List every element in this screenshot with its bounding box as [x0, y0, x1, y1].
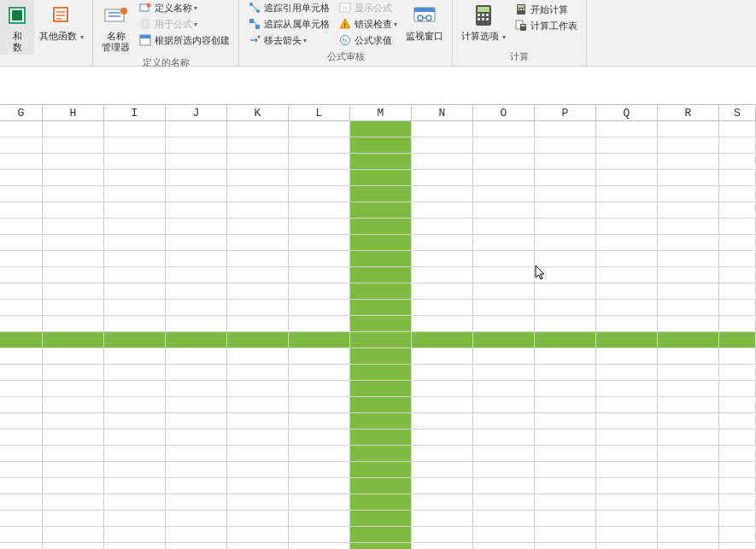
cell[interactable]: [227, 121, 289, 137]
cell[interactable]: [350, 137, 412, 154]
cell[interactable]: [412, 511, 473, 527]
cell[interactable]: [104, 186, 166, 202]
cell[interactable]: [166, 446, 227, 462]
cell[interactable]: [227, 202, 289, 219]
cell[interactable]: [658, 478, 719, 494]
cell[interactable]: [104, 137, 166, 154]
cell[interactable]: [43, 348, 104, 365]
trace-precedents-button[interactable]: 追踪引用单元格: [244, 0, 333, 15]
cell[interactable]: [350, 300, 412, 316]
calculate-sheet-button[interactable]: 计算工作表: [511, 18, 581, 33]
column-header-L[interactable]: L: [289, 104, 350, 120]
cell[interactable]: [0, 478, 43, 494]
cell[interactable]: [412, 413, 473, 429]
cell[interactable]: [104, 381, 166, 397]
cell[interactable]: [535, 365, 596, 381]
cell[interactable]: [289, 413, 350, 429]
cell[interactable]: [227, 348, 289, 365]
cell[interactable]: [166, 235, 227, 251]
cell[interactable]: [0, 154, 43, 170]
cell[interactable]: [43, 478, 104, 494]
cell[interactable]: [0, 186, 43, 202]
cell[interactable]: [412, 300, 473, 316]
cell[interactable]: [412, 219, 473, 235]
cell[interactable]: [596, 186, 658, 202]
cell[interactable]: [104, 365, 166, 381]
cell[interactable]: [719, 121, 756, 137]
cell[interactable]: [43, 462, 104, 478]
cell[interactable]: [719, 543, 756, 549]
cell[interactable]: [289, 462, 350, 478]
cell[interactable]: [350, 202, 412, 219]
cell[interactable]: [658, 154, 719, 170]
cell[interactable]: [412, 429, 473, 446]
cell[interactable]: [43, 267, 104, 283]
cell[interactable]: [43, 121, 104, 137]
cell[interactable]: [719, 365, 756, 381]
cell[interactable]: [658, 332, 719, 348]
cell[interactable]: [473, 186, 535, 202]
cell[interactable]: [0, 429, 43, 446]
cell[interactable]: [596, 267, 658, 283]
cell[interactable]: [227, 283, 289, 300]
cell[interactable]: [596, 170, 658, 186]
cell[interactable]: [473, 543, 535, 549]
cell[interactable]: [473, 235, 535, 251]
cell[interactable]: [719, 494, 756, 511]
cell[interactable]: [104, 543, 166, 549]
cell[interactable]: [535, 235, 596, 251]
cell[interactable]: [596, 429, 658, 446]
cell[interactable]: [719, 413, 756, 429]
cell[interactable]: [166, 381, 227, 397]
cell[interactable]: [43, 527, 104, 543]
cell[interactable]: [719, 478, 756, 494]
cell[interactable]: [350, 446, 412, 462]
cell-grid[interactable]: [0, 121, 756, 549]
cell[interactable]: [535, 429, 596, 446]
cell[interactable]: [535, 462, 596, 478]
cell[interactable]: [535, 137, 596, 154]
cell[interactable]: [227, 365, 289, 381]
more-functions-button[interactable]: 其他函数 ▾: [36, 0, 87, 44]
cell[interactable]: [289, 251, 350, 267]
cell[interactable]: [473, 121, 535, 137]
cell[interactable]: [658, 429, 719, 446]
cell[interactable]: [535, 332, 596, 348]
cell[interactable]: [166, 219, 227, 235]
cell[interactable]: [350, 186, 412, 202]
cell[interactable]: [166, 543, 227, 549]
cell[interactable]: [535, 170, 596, 186]
cell[interactable]: [166, 267, 227, 283]
cell[interactable]: [535, 154, 596, 170]
cell[interactable]: [658, 267, 719, 283]
cell[interactable]: [289, 121, 350, 137]
cell[interactable]: [412, 478, 473, 494]
cell[interactable]: [658, 219, 719, 235]
cell[interactable]: [350, 429, 412, 446]
error-checking-button[interactable]: ! 错误检查 ▾: [335, 16, 401, 32]
cell[interactable]: [166, 121, 227, 137]
column-header-O[interactable]: O: [473, 104, 535, 120]
cell[interactable]: [104, 511, 166, 527]
cell[interactable]: [658, 316, 719, 332]
cell[interactable]: [289, 186, 350, 202]
cell[interactable]: [719, 527, 756, 543]
column-header-N[interactable]: N: [412, 104, 473, 120]
cell[interactable]: [0, 121, 43, 137]
cell[interactable]: [104, 446, 166, 462]
cell[interactable]: [0, 170, 43, 186]
cell[interactable]: [350, 219, 412, 235]
cell[interactable]: [535, 511, 596, 527]
cell[interactable]: [104, 170, 166, 186]
cell[interactable]: [535, 478, 596, 494]
cell[interactable]: [166, 283, 227, 300]
cell[interactable]: [658, 137, 719, 154]
cell[interactable]: [289, 235, 350, 251]
cell[interactable]: [719, 202, 756, 219]
cell[interactable]: [350, 235, 412, 251]
cell[interactable]: [0, 348, 43, 365]
cell[interactable]: [473, 478, 535, 494]
cell[interactable]: [596, 251, 658, 267]
cell[interactable]: [0, 219, 43, 235]
cell[interactable]: [596, 397, 658, 413]
